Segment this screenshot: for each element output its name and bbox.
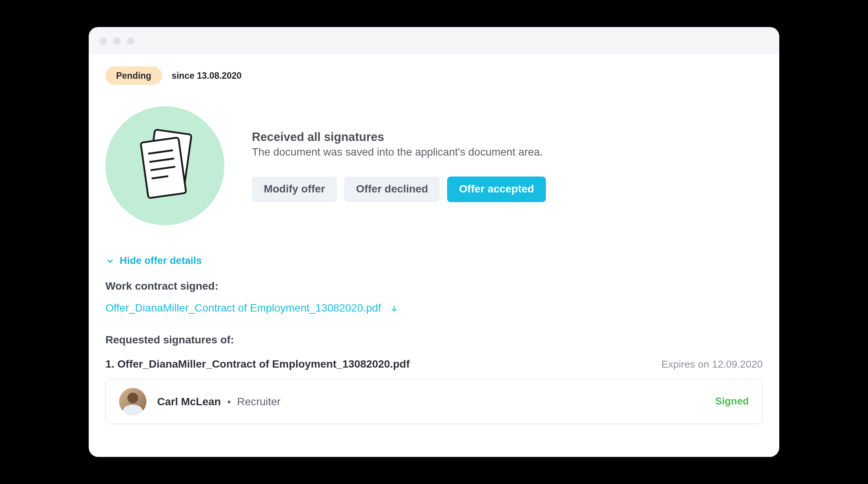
contract-section-label: Work contract signed: bbox=[105, 280, 762, 293]
separator-dot: • bbox=[227, 395, 231, 407]
signer-card: Carl McLean • Recruiter Signed bbox=[105, 379, 762, 424]
offer-accepted-button[interactable]: Offer accepted bbox=[447, 176, 546, 202]
status-since: since 13.08.2020 bbox=[172, 71, 242, 81]
signatures-section-label: Requested signatures of: bbox=[105, 334, 762, 346]
chevron-down-icon bbox=[105, 256, 115, 266]
window-close-icon[interactable] bbox=[99, 37, 107, 45]
offer-declined-button[interactable]: Offer declined bbox=[344, 176, 440, 202]
action-buttons: Modify offer Offer declined Offer accept… bbox=[252, 176, 546, 202]
hero-text: Received all signatures The document was… bbox=[252, 130, 546, 202]
signer-status-badge: Signed bbox=[715, 396, 749, 408]
signature-expires: Expires on 12.09.2020 bbox=[661, 359, 763, 371]
signer-name: Carl McLean bbox=[157, 395, 221, 407]
download-icon bbox=[389, 303, 399, 313]
contract-file-link[interactable]: Offer_DianaMiller_Contract of Employment… bbox=[105, 302, 762, 315]
documents-illustration-icon bbox=[105, 106, 224, 225]
app-window: Pending since 13.08.2020 bbox=[89, 27, 779, 457]
signer-role: Recruiter bbox=[237, 395, 280, 407]
signer-info: Carl McLean • Recruiter bbox=[157, 395, 280, 408]
toggle-offer-details[interactable]: Hide offer details bbox=[105, 255, 762, 267]
hero-section: Received all signatures The document was… bbox=[105, 106, 762, 225]
toggle-offer-details-label: Hide offer details bbox=[120, 255, 202, 267]
status-badge: Pending bbox=[105, 66, 162, 85]
hero-title: Received all signatures bbox=[252, 130, 546, 144]
window-minimize-icon[interactable] bbox=[113, 37, 121, 45]
window-maximize-icon[interactable] bbox=[127, 37, 134, 45]
window-titlebar bbox=[89, 27, 779, 54]
avatar bbox=[119, 388, 146, 415]
signature-document-row: 1. Offer_DianaMiller_Contract of Employm… bbox=[105, 358, 762, 371]
modify-offer-button[interactable]: Modify offer bbox=[252, 176, 337, 202]
hero-subtitle: The document was saved into the applican… bbox=[252, 146, 546, 159]
status-row: Pending since 13.08.2020 bbox=[105, 66, 762, 85]
signature-document-name: 1. Offer_DianaMiller_Contract of Employm… bbox=[105, 358, 409, 371]
content-area: Pending since 13.08.2020 bbox=[89, 55, 779, 457]
contract-file-name: Offer_DianaMiller_Contract of Employment… bbox=[105, 302, 381, 315]
